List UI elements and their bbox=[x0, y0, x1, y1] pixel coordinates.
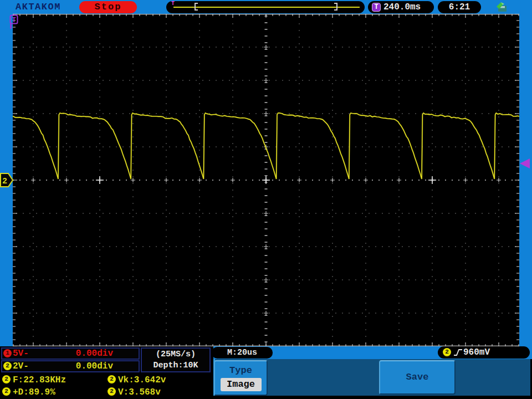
channel2-badge: 2 bbox=[443, 348, 451, 356]
memory-bar-line bbox=[173, 7, 360, 8]
channel2-offset: 0.00div bbox=[76, 361, 113, 371]
run-state-badge: Stop bbox=[79, 1, 137, 13]
window-right-bracket-icon bbox=[334, 3, 337, 11]
waveform-display bbox=[13, 14, 519, 346]
measurement-voltage: 2V:3.568v bbox=[108, 387, 161, 398]
oscilloscope-screen: AKTAKOM Stop T T 240.0ms 6:21 T 2 1 5V- bbox=[0, 0, 532, 399]
trigger-level-marker bbox=[519, 158, 530, 169]
trigger-position-t-icon: T bbox=[171, 1, 175, 7]
trigger-t-icon: T bbox=[372, 3, 381, 12]
channel2-position-marker: 2 bbox=[0, 172, 13, 188]
rising-edge-icon bbox=[453, 348, 463, 357]
measurement-frequency: 2F:22.83KHz bbox=[2, 375, 66, 386]
channel2-status: 2 2V- 0.00div bbox=[1, 360, 140, 372]
measurement-duty: 2+D:89.9% bbox=[2, 387, 55, 398]
trigger-level-value: 960mV bbox=[463, 346, 490, 359]
trigger-time-readout: T 240.0ms bbox=[368, 1, 434, 13]
channel2-badge: 2 bbox=[108, 387, 116, 396]
acquisition-status: (25MS/s) Depth:10K bbox=[141, 347, 211, 372]
channel1-status: 1 5V- 0.00div bbox=[1, 347, 140, 360]
type-value-chip: Image bbox=[221, 378, 262, 391]
window-left-bracket-icon bbox=[195, 3, 198, 11]
trigger-flag-icon: T bbox=[9, 14, 19, 29]
svg-text:T: T bbox=[12, 17, 16, 24]
brand-logo: AKTAKOM bbox=[16, 2, 61, 12]
save-button[interactable]: Save bbox=[379, 360, 456, 395]
sample-rate: (25MS/s) bbox=[142, 349, 209, 360]
channel2-badge: 2 bbox=[2, 387, 11, 396]
memory-depth: Depth:10K bbox=[142, 360, 209, 371]
channel2-badge: 2 bbox=[3, 362, 12, 370]
clock-readout: 6:21 bbox=[438, 1, 481, 13]
usb-disk-icon bbox=[495, 2, 508, 13]
channel2-badge: 2 bbox=[2, 375, 11, 383]
channel1-scale: 5V- bbox=[13, 349, 29, 359]
trigger-level-readout: 2 960mV bbox=[438, 346, 530, 359]
svg-text:2: 2 bbox=[2, 177, 7, 186]
channel1-badge: 1 bbox=[3, 349, 12, 357]
channel1-offset: 0.00div bbox=[76, 349, 113, 359]
panel-bottom-edge bbox=[213, 396, 532, 399]
timebase-readout: M:20us bbox=[212, 347, 273, 359]
channel2-scale: 2V- bbox=[13, 361, 29, 371]
measurement-vk: 2Vk:3.642v bbox=[108, 375, 166, 386]
type-button[interactable]: Type Image bbox=[214, 360, 268, 396]
trigger-position-indicator: T bbox=[166, 1, 365, 13]
trigger-time-value: 240.0ms bbox=[383, 1, 421, 13]
type-button-label: Type bbox=[215, 365, 267, 376]
channel2-badge: 2 bbox=[108, 375, 116, 383]
